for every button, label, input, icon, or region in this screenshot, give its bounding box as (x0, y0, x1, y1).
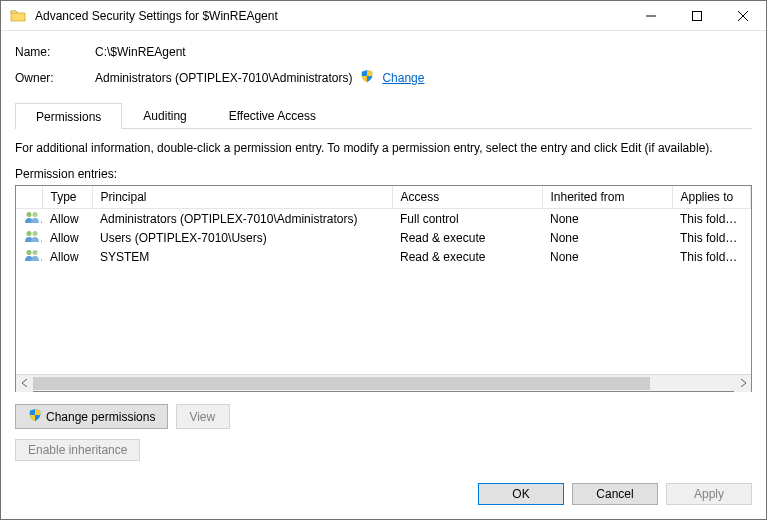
entry-access: Full control (392, 209, 542, 229)
content-area: Name: C:\$WinREAgent Owner: Administrato… (1, 31, 766, 473)
col-principal[interactable]: Principal (92, 186, 392, 209)
ok-button[interactable]: OK (478, 483, 564, 505)
entry-principal: SYSTEM (92, 247, 392, 266)
view-button: View (176, 404, 230, 429)
permission-entry-row[interactable]: Allow Users (OPTIPLEX-7010\Users) Read &… (16, 228, 751, 247)
window-title: Advanced Security Settings for $WinREAge… (35, 9, 628, 23)
svg-point-6 (27, 231, 32, 236)
entry-type: Allow (42, 228, 92, 247)
titlebar: Advanced Security Settings for $WinREAge… (1, 1, 766, 31)
col-icon[interactable] (16, 186, 42, 209)
tab-body-permissions: For additional information, double-click… (15, 129, 752, 473)
svg-point-5 (33, 212, 38, 217)
view-label: View (189, 410, 215, 424)
change-permissions-button[interactable]: Change permissions (15, 404, 168, 429)
info-text: For additional information, double-click… (15, 141, 752, 155)
cancel-button[interactable]: Cancel (572, 483, 658, 505)
tab-strip: Permissions Auditing Effective Access (15, 102, 752, 129)
owner-row: Owner: Administrators (OPTIPLEX-7010\Adm… (15, 69, 752, 86)
users-icon (16, 209, 42, 229)
minimize-button[interactable] (628, 1, 674, 31)
apply-button: Apply (666, 483, 752, 505)
owner-label: Owner: (15, 71, 95, 85)
entry-inherited: None (542, 247, 672, 266)
tab-permissions[interactable]: Permissions (15, 103, 122, 129)
name-value: C:\$WinREAgent (95, 45, 186, 59)
entry-inherited: None (542, 209, 672, 229)
permission-entry-row[interactable]: Allow SYSTEM Read & execute None This fo… (16, 247, 751, 266)
owner-value: Administrators (OPTIPLEX-7010\Administra… (95, 71, 352, 85)
entry-type: Allow (42, 209, 92, 229)
entry-type: Allow (42, 247, 92, 266)
change-permissions-label: Change permissions (46, 410, 155, 424)
svg-point-8 (27, 250, 32, 255)
entry-inherited: None (542, 228, 672, 247)
svg-point-4 (27, 212, 32, 217)
close-button[interactable] (720, 1, 766, 31)
svg-point-9 (33, 250, 38, 255)
scroll-right-icon[interactable] (734, 375, 751, 392)
scroll-left-icon[interactable] (16, 375, 33, 392)
dialog-footer: OK Cancel Apply (1, 473, 766, 519)
permission-entries-list[interactable]: Type Principal Access Inherited from App… (15, 185, 752, 392)
name-row: Name: C:\$WinREAgent (15, 45, 752, 59)
col-access[interactable]: Access (392, 186, 542, 209)
entry-applies: This folder, subfolders and files (672, 228, 751, 247)
entry-applies: This folder, subfolders and files (672, 209, 751, 229)
change-owner-link[interactable]: Change (382, 71, 424, 85)
entry-access: Read & execute (392, 247, 542, 266)
entry-principal: Administrators (OPTIPLEX-7010\Administra… (92, 209, 392, 229)
svg-point-7 (33, 231, 38, 236)
entry-applies: This folder, subfolders and files (672, 247, 751, 266)
permission-entry-row[interactable]: Allow Administrators (OPTIPLEX-7010\Admi… (16, 209, 751, 229)
entry-principal: Users (OPTIPLEX-7010\Users) (92, 228, 392, 247)
name-label: Name: (15, 45, 95, 59)
maximize-button[interactable] (674, 1, 720, 31)
enable-inheritance-label: Enable inheritance (28, 443, 127, 457)
window-root: Advanced Security Settings for $WinREAge… (0, 0, 767, 520)
entry-access: Read & execute (392, 228, 542, 247)
shield-icon (360, 69, 374, 86)
col-applies[interactable]: Applies to (672, 186, 751, 209)
column-header-row[interactable]: Type Principal Access Inherited from App… (16, 186, 751, 209)
tab-auditing[interactable]: Auditing (122, 102, 207, 128)
users-icon (16, 228, 42, 247)
folder-icon (7, 5, 29, 27)
enable-inheritance-button: Enable inheritance (15, 439, 140, 461)
horizontal-scrollbar[interactable] (16, 374, 751, 391)
users-icon (16, 247, 42, 266)
svg-rect-1 (693, 11, 702, 20)
shield-icon (28, 408, 42, 425)
scroll-thumb[interactable] (33, 377, 650, 390)
col-inherited[interactable]: Inherited from (542, 186, 672, 209)
entries-label: Permission entries: (15, 167, 752, 181)
col-type[interactable]: Type (42, 186, 92, 209)
tab-effective-access[interactable]: Effective Access (208, 102, 337, 128)
